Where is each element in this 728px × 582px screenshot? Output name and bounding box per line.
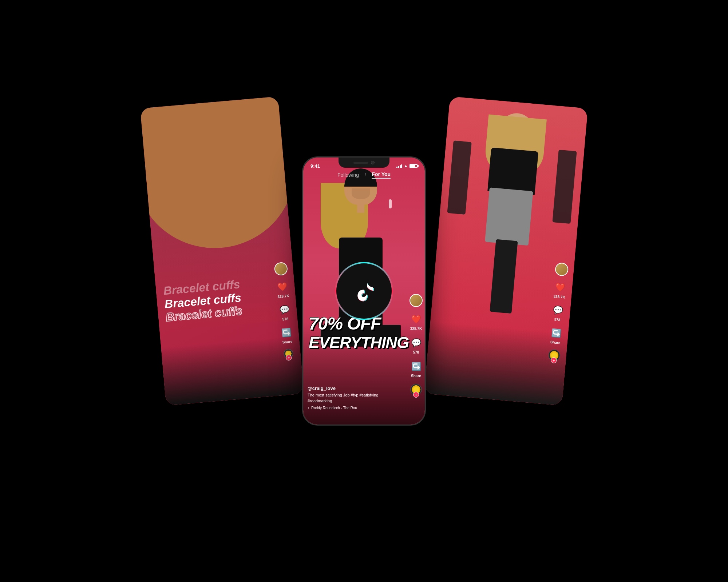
signal-bar-4 (401, 164, 402, 168)
right-share-icon: ↪️ (549, 326, 563, 340)
right-comment-count: 578 (554, 317, 561, 322)
share-label: Share (411, 374, 421, 378)
model-upper-body (328, 168, 393, 248)
right-like-count: 328.7K (553, 294, 565, 299)
power-button (425, 201, 426, 219)
video-caption: The most satisfying Job #fyp #satisfying… (308, 392, 403, 404)
left-card-background: Bracelet cuffs Bracelet cuffs Bracelet c… (140, 96, 304, 406)
right-avatar (555, 262, 569, 276)
right-fur-bottom (424, 321, 568, 406)
left-comment-count: 578 (282, 317, 289, 321)
right-share-action[interactable]: ↪️ Share (549, 326, 563, 345)
front-camera (371, 161, 375, 164)
comment-count: 578 (413, 350, 419, 354)
signal-icon (396, 164, 403, 168)
nav-tabs: Following / For You (303, 171, 425, 179)
phone-left: Bracelet cuffs Bracelet cuffs Bracelet c… (140, 96, 304, 406)
center-avatar[interactable] (410, 294, 423, 307)
left-head-shape (140, 96, 297, 255)
comment-icon: 💬 (410, 336, 423, 350)
right-heart-action[interactable]: ❤️ 328.7K (553, 280, 567, 299)
center-earring (389, 199, 392, 208)
tab-following[interactable]: Following (337, 172, 359, 178)
video-info: @craig_love The most satisfying Job #fyp… (308, 386, 403, 410)
left-comment-action[interactable]: 💬 578 (277, 303, 292, 322)
music-note-icon: ♪ (308, 406, 309, 410)
wifi-icon: ▲ (404, 163, 408, 168)
center-share-action[interactable]: ↪️ Share (410, 360, 423, 378)
right-avatar-item: + (555, 262, 569, 276)
like-count: 328.7K (410, 327, 422, 331)
left-like-count: 328.7K (277, 294, 289, 299)
earpiece (353, 162, 368, 164)
right-skirt (485, 187, 533, 246)
left-share-icon: ↪️ (280, 326, 294, 340)
center-heart-action[interactable]: ❤️ 328.7K (410, 313, 423, 331)
left-share-action[interactable]: ↪️ Share (280, 326, 294, 344)
right-comment-action[interactable]: 💬 578 (551, 303, 565, 322)
side-actions: + ❤️ 328.7K 💬 578 (410, 294, 423, 395)
video-music: ♪ Roddy Roundicch - The Rou (308, 406, 403, 410)
video-username[interactable]: @craig_love (308, 386, 403, 391)
left-share-label: Share (282, 339, 293, 344)
scene: Bracelet cuffs Bracelet cuffs Bracelet c… (146, 73, 582, 509)
music-text: Roddy Roundicch - The Rou (311, 406, 357, 410)
signal-bar-3 (400, 165, 401, 168)
share-icon: ↪️ (410, 360, 423, 373)
tiktok-note-svg (349, 276, 379, 306)
signal-bar-1 (396, 167, 397, 168)
left-heart-icon: ❤️ (276, 280, 290, 294)
notch (339, 158, 389, 168)
promo-line2: EVERYTHING (309, 334, 419, 352)
center-neck (357, 202, 364, 213)
battery-icon (410, 164, 418, 168)
right-comment-icon: 💬 (551, 303, 565, 318)
bracelet-text-container: Bracelet cuffs Bracelet cuffs Bracelet c… (163, 277, 243, 325)
face-lower (352, 188, 370, 199)
heart-icon: ❤️ (410, 313, 423, 326)
left-heart-action[interactable]: ❤️ 328.7K (276, 280, 290, 299)
tab-for-you[interactable]: For You (372, 171, 391, 179)
left-avatar (274, 262, 288, 276)
right-heart-icon: ❤️ (553, 280, 567, 295)
right-card-background: + ❤️ 328.7K 💬 578 ↪️ Share (424, 96, 588, 406)
center-follow-plus[interactable]: + (413, 392, 419, 398)
nav-divider: / (365, 172, 366, 178)
signal-bar-2 (398, 166, 399, 168)
phone-right: + ❤️ 328.7K 💬 578 ↪️ Share (424, 96, 588, 406)
status-time: 9:41 (310, 163, 320, 169)
center-comment-action[interactable]: 💬 578 (410, 336, 423, 354)
battery-fill (410, 165, 415, 167)
tiktok-logo (335, 262, 393, 320)
tiktok-inner-circle (338, 265, 390, 317)
status-icons: ▲ (396, 163, 418, 168)
left-avatar-item: + (274, 262, 288, 276)
center-avatar-item: + (410, 294, 423, 307)
tiktok-logo-container (335, 262, 393, 320)
left-comment-icon: 💬 (277, 303, 292, 317)
right-share-label: Share (550, 340, 561, 345)
